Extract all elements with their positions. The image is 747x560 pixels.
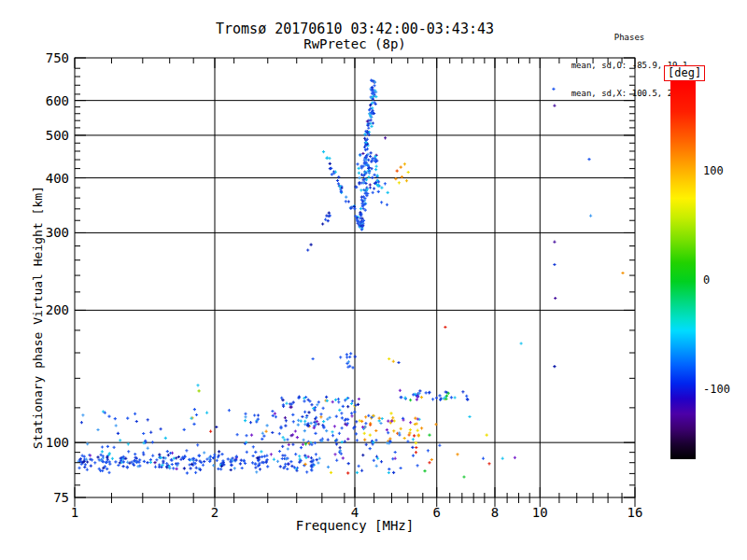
y-tick-label: 400: [46, 171, 69, 186]
x-tick-label: 4: [351, 505, 359, 520]
x-tick-label: 10: [532, 505, 548, 520]
colorbar: 1000-100: [670, 81, 730, 459]
x-tick-label: 1: [71, 505, 78, 520]
colorbar-tick-label: -100: [703, 383, 730, 396]
x-tick-label: 2: [211, 505, 218, 520]
ionogram-page: { "header": { "title_line1": "Tromsø 201…: [0, 0, 747, 560]
y-tick-label: 100: [46, 435, 69, 450]
colorbar-tick-label: 0: [703, 273, 710, 287]
ionogram-plot: 124681016751002003004005006007501000-100: [0, 0, 747, 560]
y-tick-label: 300: [46, 225, 69, 240]
colorbar-gradient: [670, 81, 696, 459]
y-tick-label: 500: [46, 128, 69, 143]
colorbar-tick-label: 100: [703, 164, 724, 177]
y-tick-label: 750: [46, 50, 69, 65]
y-tick-label: 200: [46, 302, 69, 317]
x-tick-label: 8: [491, 505, 499, 520]
scatter-points: [78, 79, 625, 479]
y-tick-label: 75: [53, 490, 69, 505]
x-tick-label: 6: [433, 505, 441, 520]
gridlines: [75, 58, 635, 497]
tick-labels: 12468101675100200300400500600750: [46, 50, 643, 520]
y-tick-label: 600: [46, 93, 69, 108]
x-tick-label: 16: [627, 505, 643, 520]
